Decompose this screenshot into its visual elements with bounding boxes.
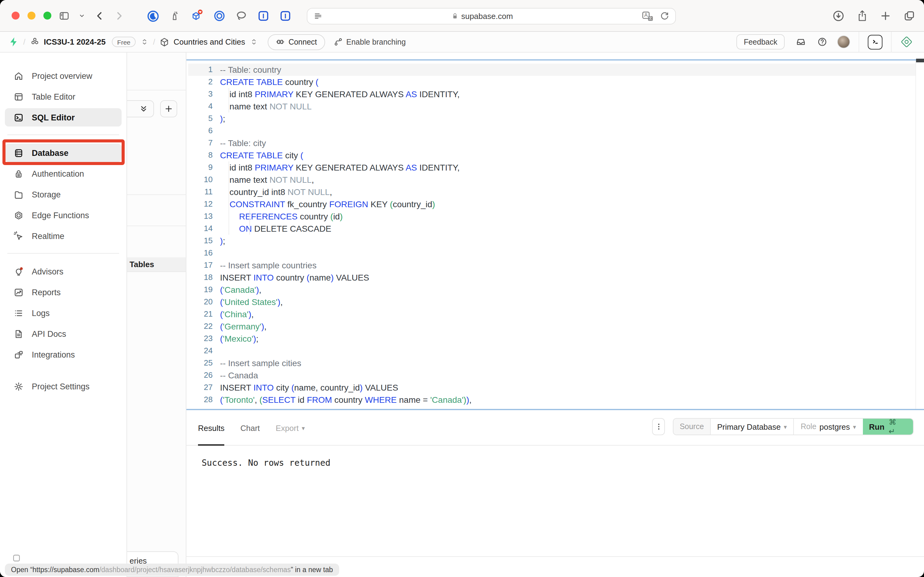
code-line-1[interactable]: 1-- Table: country (188, 64, 916, 76)
sidebar-item-database[interactable]: Database (0, 142, 127, 163)
downloads-icon[interactable] (832, 10, 845, 22)
sql-editor[interactable]: 1-- Table: country2CREATE TABLE country … (188, 64, 916, 409)
sidebar-item-integrations[interactable]: Integrations (0, 344, 127, 365)
line-number: 13 (188, 210, 212, 222)
code-line-10[interactable]: 10 name text NOT NULL, (188, 174, 916, 186)
settings-icon (13, 381, 24, 392)
translate-icon[interactable]: A文 (642, 10, 654, 22)
org-switcher-chevron-icon[interactable] (141, 38, 149, 46)
share-icon[interactable] (857, 10, 868, 22)
avatar[interactable] (837, 35, 850, 48)
code-line-9[interactable]: 9 id int8 PRIMARY KEY GENERATED ALWAYS A… (188, 161, 916, 174)
tab-results[interactable]: Results (198, 410, 225, 446)
line-number: 24 (188, 345, 212, 357)
code-line-3[interactable]: 3 id int8 PRIMARY KEY GENERATED ALWAYS A… (188, 88, 916, 100)
sidebar-item-logs[interactable]: Logs (0, 303, 127, 323)
sidebar-item-label: Realtime (32, 231, 64, 240)
code-line-12[interactable]: 12 CONSTRAINT fk_country FOREIGN KEY (co… (188, 198, 916, 210)
code-line-11[interactable]: 11 country_id int8 NOT NULL, (188, 186, 916, 198)
new-tab-icon[interactable] (880, 10, 891, 21)
feedback-button[interactable]: Feedback (736, 34, 785, 50)
code-line-5[interactable]: 5); (188, 113, 916, 125)
export-dropdown[interactable]: Export▾ (275, 423, 305, 432)
sidebar-item-api-docs[interactable]: API Docs (0, 323, 127, 344)
code-line-2[interactable]: 2CREATE TABLE country ( (188, 76, 916, 88)
window-controls[interactable] (11, 11, 52, 19)
org-breadcrumb[interactable]: ICS3U-1 2024-25 (44, 37, 105, 47)
new-query-button[interactable] (160, 100, 177, 118)
supabase-header: / ICS3U-1 2024-25 Free / Countries and C… (0, 32, 924, 53)
supabase-logo-icon[interactable] (8, 37, 19, 47)
sidebar-item-label: SQL Editor (32, 113, 75, 122)
assistant-icon[interactable] (900, 35, 913, 48)
address-bar[interactable]: supabase.com A文 (307, 8, 676, 24)
back-icon[interactable] (94, 10, 105, 21)
zoom-window-button[interactable] (43, 11, 52, 19)
code-line-17[interactable]: 17-- Insert sample countries (188, 259, 916, 271)
line-number: 19 (188, 284, 212, 296)
sidebar-item-edge-functions[interactable]: Edge Functions (0, 205, 127, 226)
code-line-24[interactable]: 24 (188, 345, 916, 357)
line-number: 23 (188, 332, 212, 345)
sidebar-item-realtime[interactable]: Realtime (0, 226, 127, 246)
editor-scrollbar-thumb[interactable] (916, 59, 924, 62)
role-select[interactable]: Rolepostgres▾ (794, 419, 863, 435)
reader-icon[interactable] (314, 11, 323, 21)
code-line-21[interactable]: 21('China'), (188, 308, 916, 320)
sql-terminal-button[interactable] (868, 34, 882, 49)
reload-icon[interactable] (660, 11, 669, 21)
line-number: 28 (188, 393, 212, 406)
code-line-25[interactable]: 25-- Insert sample cities (188, 357, 916, 369)
database-select[interactable]: Primary Database▾ (711, 419, 794, 435)
code-line-16[interactable]: 16 (188, 247, 916, 259)
ring-icon[interactable] (213, 10, 225, 22)
sidebar-item-project-settings[interactable]: Project Settings (0, 376, 127, 397)
tab-overview-icon[interactable] (903, 10, 916, 22)
code-line-7[interactable]: 7-- Table: city (188, 137, 916, 149)
code-line-28[interactable]: 28('Toronto', (SELECT id FROM country WH… (188, 393, 916, 406)
connect-button[interactable]: Connect (268, 34, 325, 50)
sidebar-item-advisors[interactable]: Advisors (0, 261, 127, 282)
code-line-8[interactable]: 8CREATE TABLE city ( (188, 149, 916, 161)
code-line-13[interactable]: 13 REFERENCES country (id) (188, 210, 916, 222)
lasso-icon[interactable] (235, 10, 248, 22)
code-line-19[interactable]: 19('Canada'), (188, 284, 916, 296)
moon-icon[interactable] (146, 10, 159, 22)
spray-bottle-icon[interactable] (169, 10, 180, 21)
sidebar-toggle-icon[interactable] (59, 10, 70, 21)
sidebar-item-sql-editor[interactable]: SQL Editor (0, 107, 127, 128)
sidebar-item-project-overview[interactable]: Project overview (0, 65, 127, 86)
help-icon[interactable] (817, 37, 827, 47)
cube-heart-icon[interactable] (190, 9, 203, 23)
run-button[interactable]: Run⌘ ↵ (863, 419, 913, 435)
blocker-i-2-icon[interactable]: I (279, 10, 291, 22)
code-line-22[interactable]: 22('Germany'), (188, 320, 916, 332)
url-text[interactable]: supabase.com (461, 11, 513, 21)
code-line-27[interactable]: 27INSERT INTO city (name, country_id) VA… (188, 381, 916, 393)
code-line-20[interactable]: 20('United States'), (188, 296, 916, 308)
code-line-18[interactable]: 18INSERT INTO country (name) VALUES (188, 271, 916, 284)
panel-item-tables[interactable]: Tables (127, 257, 186, 272)
blocker-i-1-icon[interactable]: I (257, 10, 269, 22)
code-line-4[interactable]: 4 name text NOT NULL (188, 100, 916, 113)
sidebar-item-reports[interactable]: Reports (0, 282, 127, 303)
enable-branching-button[interactable]: Enable branching (333, 37, 406, 47)
code-line-26[interactable]: 26-- Canada (188, 369, 916, 381)
project-switcher-chevron-icon[interactable] (250, 38, 258, 46)
code-line-6[interactable]: 6 (188, 125, 916, 137)
sidebar-item-authentication[interactable]: Authentication (0, 163, 127, 184)
forward-icon[interactable] (114, 10, 125, 21)
sidebar-item-table-editor[interactable]: Table Editor (0, 86, 127, 107)
chevron-down-small-icon[interactable] (78, 12, 85, 19)
close-window-button[interactable] (11, 11, 19, 19)
sidebar-item-storage[interactable]: Storage (0, 184, 127, 205)
minimize-window-button[interactable] (27, 11, 35, 19)
more-options-button[interactable] (652, 418, 665, 435)
project-breadcrumb[interactable]: Countries and Cities (174, 37, 245, 47)
line-number: 25 (188, 357, 212, 369)
tab-chart[interactable]: Chart (240, 423, 260, 432)
code-line-14[interactable]: 14 ON DELETE CASCADE (188, 222, 916, 235)
code-line-23[interactable]: 23('Mexico'); (188, 332, 916, 345)
notifications-inbox-icon[interactable] (796, 37, 806, 47)
code-line-15[interactable]: 15); (188, 235, 916, 247)
